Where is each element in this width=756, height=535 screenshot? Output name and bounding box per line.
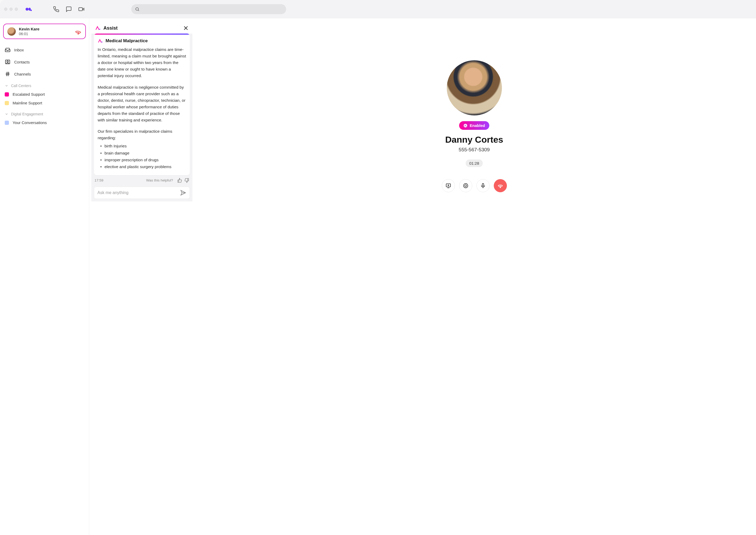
color-chip [5, 101, 9, 105]
thumbs-up-icon[interactable] [177, 178, 182, 183]
active-call-card[interactable]: Kevin Kare 06:01 [3, 24, 86, 39]
card-title: Medical Malpractice [106, 38, 148, 43]
ai-enabled-badge: Enabled [459, 121, 489, 130]
svg-point-6 [7, 61, 8, 62]
section-digital-engagement[interactable]: Digital Engagement [3, 107, 86, 118]
topbar-actions [53, 6, 84, 12]
assist-input-row [94, 187, 190, 199]
call-elapsed: 01:28 [466, 159, 483, 167]
svg-line-9 [7, 72, 7, 76]
assist-panel: Assist Medical Malpractice In Ontario, m… [91, 21, 193, 535]
svg-rect-20 [482, 183, 484, 186]
contact-name: Danny Cortes [445, 134, 503, 145]
hangup-icon[interactable] [75, 28, 82, 35]
svg-point-19 [465, 184, 467, 186]
sidebar-item-channels[interactable]: Channels [3, 69, 86, 79]
svg-point-14 [101, 42, 103, 42]
search-icon [135, 7, 140, 12]
active-call-name: Kevin Kare [19, 27, 72, 31]
mute-button[interactable] [476, 179, 490, 192]
sidebar-item-label: Inbox [14, 48, 24, 52]
badge-label: Enabled [469, 123, 485, 128]
sidebar-item-mainline-support[interactable]: Mainline Support [3, 99, 86, 107]
contacts-icon [5, 59, 11, 65]
svg-line-10 [8, 72, 9, 76]
channels-icon [5, 71, 11, 77]
assist-title: Assist [104, 25, 180, 31]
assist-input[interactable] [97, 190, 180, 195]
sidebar: Kevin Kare 06:01 Inbox Contacts [0, 18, 89, 535]
send-icon[interactable] [180, 190, 186, 196]
end-call-button[interactable] [494, 179, 507, 192]
chevron-down-icon [5, 112, 8, 116]
close-icon[interactable] [183, 25, 189, 31]
window-topbar [0, 0, 756, 18]
screenshare-button[interactable] [442, 179, 455, 192]
contact-panel: Enabled Danny Cortes 555-567-5309 01:28 [193, 18, 756, 535]
active-call-duration: 06:01 [19, 32, 72, 36]
card-paragraph: In Ontario, medical malpractice claims a… [98, 46, 186, 79]
assist-logo-icon [463, 124, 468, 128]
inbox-icon [5, 47, 11, 53]
sidebar-item-label: Channels [14, 72, 31, 76]
card-bullet: birth Injuries [100, 143, 186, 150]
svg-point-0 [25, 8, 28, 11]
svg-point-16 [466, 126, 467, 126]
svg-rect-3 [79, 8, 82, 11]
card-bullet: improper prescription of drugs [100, 156, 186, 163]
sidebar-item-label: Your Conversations [13, 120, 47, 125]
svg-point-18 [463, 183, 468, 188]
contact-phone: 555-567-5309 [459, 147, 490, 153]
svg-rect-2 [30, 10, 32, 11]
thumbs-down-icon[interactable] [184, 178, 189, 183]
feedback-time: 17:59 [95, 178, 104, 182]
assist-card: Medical Malpractice In Ontario, medical … [94, 34, 190, 175]
color-chip [5, 121, 9, 125]
sidebar-item-label: Contacts [14, 60, 30, 64]
section-call-centers[interactable]: Call Centers [3, 79, 86, 90]
card-paragraph: Our firm specializes in malpractice clai… [98, 128, 186, 170]
color-chip [5, 92, 9, 97]
window-zoom-dot[interactable] [15, 8, 18, 11]
section-label: Call Centers [11, 84, 31, 88]
app-logo [25, 6, 33, 13]
assist-logo-icon [95, 25, 101, 31]
window-close-dot[interactable] [4, 8, 7, 11]
sidebar-item-label: Mainline Support [13, 101, 42, 105]
sidebar-item-label: Escalated Support [13, 92, 45, 97]
svg-point-4 [136, 8, 138, 11]
card-paragraph: Medical malpractice is negligence commit… [98, 84, 186, 124]
call-controls [442, 179, 507, 192]
svg-point-11 [99, 29, 100, 30]
feedback-question: Was this helpful? [146, 178, 173, 182]
window-controls[interactable] [4, 8, 18, 11]
contact-avatar [447, 60, 502, 115]
sidebar-item-contacts[interactable]: Contacts [3, 57, 86, 67]
record-button[interactable] [459, 179, 472, 192]
card-bullet: elective and plastic surgery problems [100, 163, 186, 170]
assist-logo-icon [98, 38, 103, 43]
sidebar-item-your-conversations[interactable]: Your Conversations [3, 118, 86, 127]
card-bullet: brain damage [100, 150, 186, 156]
chat-icon[interactable] [66, 6, 72, 12]
feedback-row: 17:59 Was this helpful? [94, 175, 190, 184]
phone-icon[interactable] [53, 6, 59, 12]
window-minimize-dot[interactable] [10, 8, 13, 11]
search-bar[interactable] [131, 4, 286, 14]
card-para-lead: Our firm specializes in malpractice clai… [98, 129, 172, 140]
video-icon[interactable] [78, 6, 84, 12]
chevron-down-icon [5, 84, 8, 88]
sidebar-item-inbox[interactable]: Inbox [3, 45, 86, 55]
sidebar-item-escalated-support[interactable]: Escalated Support [3, 90, 86, 99]
avatar [7, 27, 16, 36]
section-label: Digital Engagement [11, 112, 43, 116]
